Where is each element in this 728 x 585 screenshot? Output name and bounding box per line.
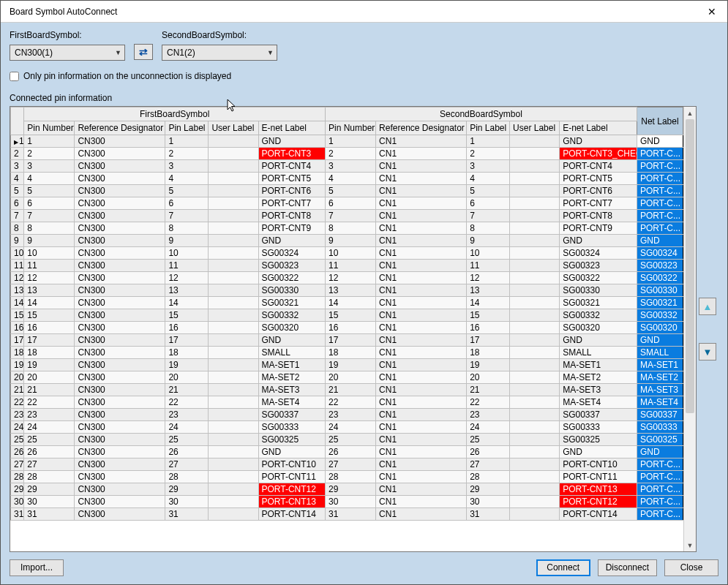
row-index: 6 (11, 197, 24, 210)
cell-userlabel (510, 384, 560, 396)
first-board-combo[interactable]: CN300(1) ▼ (10, 45, 125, 61)
table-row[interactable]: 1515CN30015SG0033215CN115SG00332SG00332 (11, 309, 683, 322)
col-refdes-2[interactable]: Reference Designator (376, 121, 467, 135)
cell-pin-number: 15 (24, 309, 75, 322)
col-userlabel-1[interactable]: User Label (209, 121, 258, 135)
row-index: 23 (11, 409, 24, 421)
move-down-button[interactable]: ▼ (699, 343, 716, 361)
cell-userlabel (510, 371, 560, 384)
col-enet-1[interactable]: E-net Label (258, 121, 325, 135)
pin-grid[interactable]: FirstBoardSymbol SecondBoardSymbol Net L… (10, 106, 697, 552)
table-row[interactable]: 77CN3007PORT-CNT87CN17PORT-CNT8PORT-C... (11, 210, 683, 222)
col-pin-num-1[interactable]: Pin Number (24, 121, 75, 135)
cell-netlabel: SMALL (637, 347, 683, 359)
col-refdes-1[interactable]: Reference Designator (75, 121, 165, 135)
table-row[interactable]: 2626CN30026GND26CN126GNDGND (11, 446, 683, 458)
row-index: 18 (11, 347, 24, 359)
cell-refdes: CN300 (75, 471, 165, 483)
cell-refdes: CN1 (376, 135, 467, 148)
disconnect-button[interactable]: Disconnect (598, 559, 657, 576)
col-userlabel-2[interactable]: User Label (510, 121, 560, 135)
table-row[interactable]: 2929CN30029PORT-CNT1229CN129PORT-CNT13PO… (11, 483, 683, 496)
col-pinlabel-2[interactable]: Pin Label (467, 121, 510, 135)
table-row[interactable]: 1212CN30012SG0032212CN112SG00322SG00322 (11, 272, 683, 284)
row-index: 2 (11, 148, 24, 160)
table-row[interactable]: 1717CN30017GND17CN117GNDGND (11, 334, 683, 347)
close-button[interactable]: Close (664, 559, 718, 576)
import-button[interactable]: Import... (10, 559, 64, 576)
table-row[interactable]: 3131CN30031PORT-CNT1431CN131PORT-CNT14PO… (11, 508, 683, 521)
table-row[interactable]: 1919CN30019MA-SET119CN119MA-SET1MA-SET1 (11, 359, 683, 371)
row-index: 31 (11, 508, 24, 521)
vertical-scrollbar[interactable]: ▲ ▼ (683, 107, 696, 551)
cell-refdes: CN300 (75, 160, 165, 173)
cell-refdes: CN300 (75, 334, 165, 347)
col-enet-2[interactable]: E-net Label (560, 121, 637, 135)
move-up-button[interactable]: ▲ (699, 298, 716, 315)
table-row[interactable]: 2424CN30024SG0033324CN124SG00333SG00333 (11, 421, 683, 434)
cell-pinlabel: 29 (165, 483, 209, 496)
cell-enet: MA-SET1 (258, 359, 325, 371)
cell-userlabel (209, 297, 258, 309)
table-row[interactable]: 2727CN30027PORT-CNT1027CN127PORT-CNT10PO… (11, 458, 683, 471)
row-index: 14 (11, 297, 24, 309)
swap-button[interactable]: ⇄ (134, 44, 153, 60)
table-row[interactable]: 2525CN30025SG0032525CN125SG00325SG00325 (11, 434, 683, 446)
col-pin-num-2[interactable]: Pin Number (325, 121, 375, 135)
close-icon[interactable]: ✕ (697, 1, 727, 22)
table-row[interactable]: 44CN3004PORT-CNT54CN14PORT-CNT5PORT-C... (11, 173, 683, 185)
cell-refdes: CN300 (75, 483, 165, 496)
table-row[interactable]: 11CN3001GND1CN11GNDGND (11, 135, 683, 148)
scroll-up-icon[interactable]: ▲ (684, 107, 697, 119)
cell-refdes: CN300 (75, 508, 165, 521)
cell-pin-number: 29 (325, 483, 375, 496)
scrollbar-thumb[interactable] (686, 119, 694, 413)
cell-userlabel (510, 284, 560, 297)
table-row[interactable]: 33CN3003PORT-CNT43CN13PORT-CNT4PORT-C... (11, 160, 683, 173)
table-row[interactable]: 1111CN30011SG0032311CN111SG00323SG00323 (11, 260, 683, 272)
row-index: 9 (11, 235, 24, 247)
cell-enet: PORT-CNT10 (560, 458, 637, 471)
cell-pin-number: 30 (325, 496, 375, 508)
table-row[interactable]: 1818CN30018SMALL18CN118SMALLSMALL (11, 347, 683, 359)
cell-userlabel (209, 260, 258, 272)
cell-refdes: CN300 (75, 309, 165, 322)
cell-enet: MA-SET4 (258, 396, 325, 409)
table-row[interactable]: 1414CN30014SG0032114CN114SG00321SG00321 (11, 297, 683, 309)
cell-userlabel (510, 235, 560, 247)
table-row[interactable]: 55CN3005PORT-CNT65CN15PORT-CNT6PORT-C... (11, 185, 683, 197)
table-row[interactable]: 2121CN30021MA-SET321CN121MA-SET3MA-SET3 (11, 384, 683, 396)
table-row[interactable]: 1313CN30013SG0033013CN113SG00330SG00330 (11, 284, 683, 297)
cell-refdes: CN1 (376, 496, 467, 508)
table-row[interactable]: 99CN3009GND9CN19GNDGND (11, 235, 683, 247)
cell-pinlabel: 5 (467, 185, 510, 197)
col-pinlabel-1[interactable]: Pin Label (165, 121, 209, 135)
cell-userlabel (510, 359, 560, 371)
cell-netlabel: GND (637, 446, 683, 458)
table-row[interactable]: 3030CN30030PORT-CNT1330CN130PORT-CNT12PO… (11, 496, 683, 508)
row-index: 24 (11, 421, 24, 434)
row-index: 15 (11, 309, 24, 322)
cell-enet: SMALL (560, 347, 637, 359)
cell-pinlabel: 30 (165, 496, 209, 508)
second-board-combo[interactable]: CN1(2) ▼ (162, 45, 277, 61)
scroll-down-icon[interactable]: ▼ (684, 539, 697, 551)
table-row[interactable]: 2828CN30028PORT-CNT1128CN128PORT-CNT11PO… (11, 471, 683, 483)
connect-button[interactable]: Connect (536, 559, 590, 576)
table-row[interactable]: 1010CN30010SG0032410CN110SG00324SG00324 (11, 247, 683, 260)
table-row[interactable]: 66CN3006PORT-CNT76CN16PORT-CNT7PORT-C... (11, 197, 683, 210)
only-unconnected-checkbox[interactable] (10, 72, 19, 81)
cell-enet: PORT-CNT3_CHECK (560, 148, 637, 160)
table-row[interactable]: 2020CN30020MA-SET220CN120MA-SET2MA-SET2 (11, 371, 683, 384)
table-row[interactable]: 2323CN30023SG0033723CN123SG00337SG00337 (11, 409, 683, 421)
table-row[interactable]: 88CN3008PORT-CNT98CN18PORT-CNT9PORT-C... (11, 222, 683, 235)
table-row[interactable]: 1616CN30016SG0032016CN116SG00320SG00320 (11, 322, 683, 334)
group-second: SecondBoardSymbol (325, 107, 637, 121)
cell-enet: GND (258, 334, 325, 347)
cell-enet: PORT-CNT9 (560, 222, 637, 235)
cell-pinlabel: 2 (165, 148, 209, 160)
table-row[interactable]: 22CN3002PORT-CNT32CN12PORT-CNT3_CHECKPOR… (11, 148, 683, 160)
table-row[interactable]: 2222CN30022MA-SET422CN122MA-SET4MA-SET4 (11, 396, 683, 409)
col-netlabel[interactable]: Net Label (637, 107, 683, 135)
cell-pin-number: 7 (325, 210, 375, 222)
